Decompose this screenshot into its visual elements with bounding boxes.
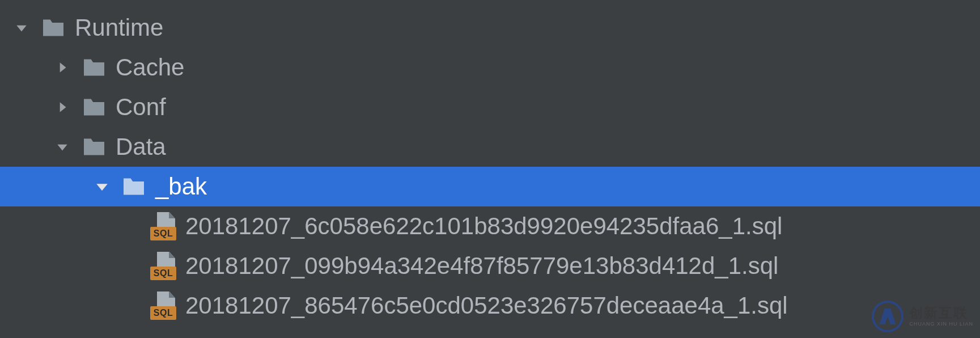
- watermark-subtext: CHUANG XIN HU LIAN: [909, 322, 973, 327]
- svg-marker-4: [97, 184, 107, 191]
- watermark: 创新互联 CHUANG XIN HU LIAN: [872, 301, 973, 332]
- folder-label: _bak: [155, 173, 207, 200]
- svg-marker-3: [57, 145, 67, 151]
- folder-icon: [82, 137, 107, 157]
- folder-icon: [121, 176, 146, 197]
- tree-file[interactable]: SQL 20181207_865476c5e0cd0523e326757dece…: [0, 286, 980, 326]
- watermark-logo-icon: [872, 301, 903, 332]
- tree-file[interactable]: SQL 20181207_6c058e622c101b83d9920e94235…: [0, 206, 980, 246]
- tree-file[interactable]: SQL 20181207_099b94a342e4f87f85779e13b83…: [0, 246, 980, 286]
- folder-label: Runtime: [75, 14, 163, 41]
- folder-icon: [41, 18, 66, 38]
- svg-marker-1: [60, 62, 66, 72]
- sql-file-icon: SQL: [150, 212, 176, 240]
- tree-folder-bak[interactable]: _bak: [0, 167, 980, 206]
- chevron-down-icon[interactable]: [51, 136, 74, 158]
- chevron-right-icon[interactable]: [51, 96, 74, 119]
- project-tree: Runtime Cache Conf Data _bak: [0, 0, 980, 326]
- tree-folder-cache[interactable]: Cache: [0, 48, 980, 87]
- svg-marker-2: [60, 102, 66, 112]
- tree-folder-runtime[interactable]: Runtime: [0, 8, 980, 48]
- sql-file-icon: SQL: [150, 252, 176, 280]
- svg-marker-0: [16, 26, 26, 32]
- file-label: 20181207_6c058e622c101b83d9920e94235dfaa…: [185, 213, 782, 240]
- file-label: 20181207_099b94a342e4f87f85779e13b83d412…: [185, 252, 778, 280]
- folder-icon: [82, 97, 107, 117]
- folder-label: Data: [116, 133, 166, 160]
- chevron-down-icon[interactable]: [10, 16, 33, 39]
- tree-folder-data[interactable]: Data: [0, 127, 980, 167]
- folder-icon: [82, 57, 107, 78]
- folder-label: Conf: [116, 94, 166, 121]
- file-label: 20181207_865476c5e0cd0523e326757deceaae4…: [185, 292, 788, 319]
- sql-file-icon: SQL: [150, 291, 176, 320]
- watermark-text: 创新互联: [909, 306, 973, 320]
- chevron-right-icon[interactable]: [51, 56, 74, 79]
- tree-folder-conf[interactable]: Conf: [0, 87, 980, 127]
- chevron-down-icon[interactable]: [91, 175, 113, 198]
- folder-label: Cache: [116, 54, 184, 81]
